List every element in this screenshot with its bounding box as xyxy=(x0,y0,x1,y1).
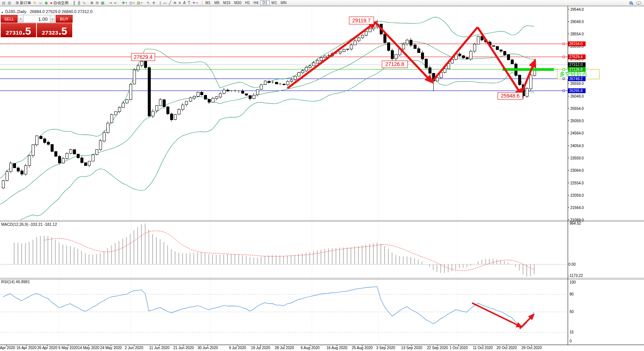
svg-text:5 May 2020: 5 May 2020 xyxy=(58,346,78,350)
svg-text:21 Jun 2020: 21 Jun 2020 xyxy=(173,346,194,350)
timeframe-h4[interactable]: H4 xyxy=(252,1,260,5)
svg-text:2 Jun 2020: 2 Jun 2020 xyxy=(125,346,143,350)
cursor-icon[interactable]: ↖ xyxy=(146,0,151,6)
svg-text:28554.0: 28554.0 xyxy=(570,32,584,36)
macd-label: MACD(12,26,9) -333.21 -181.12 xyxy=(1,222,57,227)
svg-text:25948.6: 25948.6 xyxy=(501,93,520,99)
svg-text:3 Sep 2020: 3 Sep 2020 xyxy=(376,346,395,350)
zoom-out-icon[interactable]: ⊖ xyxy=(95,0,100,6)
timeframe-m5[interactable]: M5 xyxy=(213,1,221,5)
autoscroll-icon[interactable]: ⇥ xyxy=(108,0,113,6)
signals-icon[interactable]: ◉ xyxy=(44,0,49,6)
chart-ohlc-values: 26884.0 27529.0 26840.0 27312.0 xyxy=(30,9,92,14)
eraser-icon[interactable]: ✎ xyxy=(32,0,37,6)
svg-text:Apr 2020: Apr 2020 xyxy=(0,346,15,350)
tile-windows-icon[interactable]: ▦ xyxy=(100,0,105,6)
sell-price-button[interactable]: 27310.5 xyxy=(1,23,36,37)
fibonacci-icon[interactable]: ≡ xyxy=(178,0,182,6)
macd-pane xyxy=(0,224,568,276)
channel-icon[interactable]: ≋ xyxy=(172,0,178,6)
timeframe-m30[interactable]: M30 xyxy=(232,1,243,5)
templates-icon[interactable]: ▧▾ xyxy=(136,0,143,6)
periods-icon[interactable]: ◷▾ xyxy=(128,0,136,6)
chart-title: ▴ DJ30-,Daily 26884.0 27529.0 26840.0 27… xyxy=(1,9,92,14)
one-click-collapse-icon[interactable]: ▴ xyxy=(1,10,3,14)
timeframe-m1[interactable]: M1 xyxy=(204,1,213,5)
svg-text:26 Apr 2020: 26 Apr 2020 xyxy=(37,346,57,350)
svg-text:21564.0: 21564.0 xyxy=(570,206,584,210)
svg-text:30 Jun 2020: 30 Jun 2020 xyxy=(197,346,218,350)
text-icon[interactable]: A xyxy=(182,0,187,6)
svg-text:13 Sep 2020: 13 Sep 2020 xyxy=(401,346,423,350)
time-axis[interactable]: Apr 202016 Apr 202026 Apr 20205 May 2020… xyxy=(0,345,542,350)
crosshair-icon[interactable]: ✛ xyxy=(151,0,156,6)
svg-text:29544.0: 29544.0 xyxy=(570,7,584,12)
zoom-in-icon[interactable]: ⊕ xyxy=(89,0,94,6)
svg-text:26559.0: 26559.0 xyxy=(570,82,584,86)
sell-button[interactable]: SELL xyxy=(1,15,17,23)
svg-text:23064.0: 23064.0 xyxy=(570,168,584,173)
buy-price-fraction: .5 xyxy=(58,27,67,36)
chart-canvas[interactable]: 29544.029049.028554.028059.027549.027054… xyxy=(0,0,644,351)
svg-text:25554.0: 25554.0 xyxy=(570,107,584,111)
label-icon[interactable]: T xyxy=(187,0,191,6)
toolbar: ▤▥⊞新订单✎☺◉●自动交易║╫∿⊕⊖▦⇥⇤✚▾◷▾▧▾↖✛|—╱≋≡AT✦▾ … xyxy=(0,0,644,6)
one-click-trading-panel: SELL ▼ 1.00 ▲ BUY 27310.5 27323.5 xyxy=(1,15,73,37)
toolbar-separator xyxy=(202,1,203,5)
svg-text:23559.0: 23559.0 xyxy=(570,156,584,160)
sell-price-main: 27310 xyxy=(6,29,22,36)
vertical-line-icon[interactable]: | xyxy=(159,0,162,6)
volume-stepper: ▼ 1.00 ▲ xyxy=(18,15,55,23)
volume-input[interactable]: 1.00 xyxy=(23,15,50,23)
svg-text:27629.4: 27629.4 xyxy=(569,55,583,59)
timeframe-h1[interactable]: H1 xyxy=(243,1,252,5)
profiles-icon[interactable]: ▥ xyxy=(6,0,12,6)
sell-price-fraction: .5 xyxy=(22,27,31,36)
buy-price-main: 27323 xyxy=(42,29,58,36)
svg-text:24564.0: 24564.0 xyxy=(570,131,584,135)
svg-text:0.00: 0.00 xyxy=(568,262,576,266)
bollinger-bands xyxy=(0,17,534,234)
line-chart-icon[interactable]: ∿ xyxy=(82,0,87,6)
expert-advisor-icon[interactable]: ☺ xyxy=(38,0,44,6)
indicators-icon[interactable]: ✚▾ xyxy=(121,0,128,6)
svg-text:80: 80 xyxy=(570,292,574,296)
svg-text:50: 50 xyxy=(570,310,574,314)
timeframe-w1[interactable]: W1 xyxy=(270,1,279,5)
bar-chart-icon[interactable]: ║ xyxy=(72,0,77,6)
svg-text:6 Aug 2020: 6 Aug 2020 xyxy=(301,346,320,350)
svg-text:26049.0: 26049.0 xyxy=(570,94,584,98)
rsi-pane xyxy=(0,287,568,332)
volume-decrease-button[interactable]: ▼ xyxy=(18,15,23,23)
svg-text:28154.0: 28154.0 xyxy=(569,42,583,46)
svg-text:29119.7: 29119.7 xyxy=(352,18,371,23)
svg-text:964.52: 964.52 xyxy=(570,221,581,225)
new-chart-icon[interactable]: ▤ xyxy=(1,0,6,6)
chart-shift-icon[interactable]: ⇤ xyxy=(113,0,118,6)
volume-increase-button[interactable]: ▲ xyxy=(50,15,55,23)
svg-text:19 Jul 2020: 19 Jul 2020 xyxy=(251,346,270,350)
svg-text:22554.0: 22554.0 xyxy=(570,181,584,185)
shapes-icon[interactable]: ✦▾ xyxy=(191,0,199,6)
buy-price-button[interactable]: 27323.5 xyxy=(37,23,72,37)
svg-text:27312.0: 27312.0 xyxy=(569,63,583,67)
candles xyxy=(2,20,536,189)
candlestick-chart-icon[interactable]: ╫ xyxy=(77,0,82,6)
svg-text:27126.8: 27126.8 xyxy=(385,61,404,67)
timeframe-m15[interactable]: M15 xyxy=(221,1,232,5)
autotrade-button[interactable]: ●自动交易 xyxy=(49,0,70,6)
horizontal-line-icon[interactable]: — xyxy=(162,0,168,6)
svg-text:20 Oct 2020: 20 Oct 2020 xyxy=(497,346,517,350)
svg-text:29049.0: 29049.0 xyxy=(570,20,584,24)
svg-text:24 May 2020: 24 May 2020 xyxy=(100,346,122,350)
search-icon[interactable] xyxy=(629,1,632,4)
svg-text:11 Jun 2020: 11 Jun 2020 xyxy=(149,346,170,350)
new-order-button[interactable]: ⊞新订单 xyxy=(15,0,32,6)
trendline-icon[interactable]: ╱ xyxy=(168,0,172,6)
chat-icon[interactable] xyxy=(636,1,641,4)
buy-button[interactable]: BUY xyxy=(56,15,73,23)
analysis-annotations[interactable]: 29119.727629.427126.825948.6 xyxy=(131,17,554,329)
svg-text:1 Oct 2020: 1 Oct 2020 xyxy=(450,346,468,350)
timeframe-mn[interactable]: MN xyxy=(279,1,288,5)
timeframe-d1[interactable]: D1 xyxy=(260,0,270,5)
